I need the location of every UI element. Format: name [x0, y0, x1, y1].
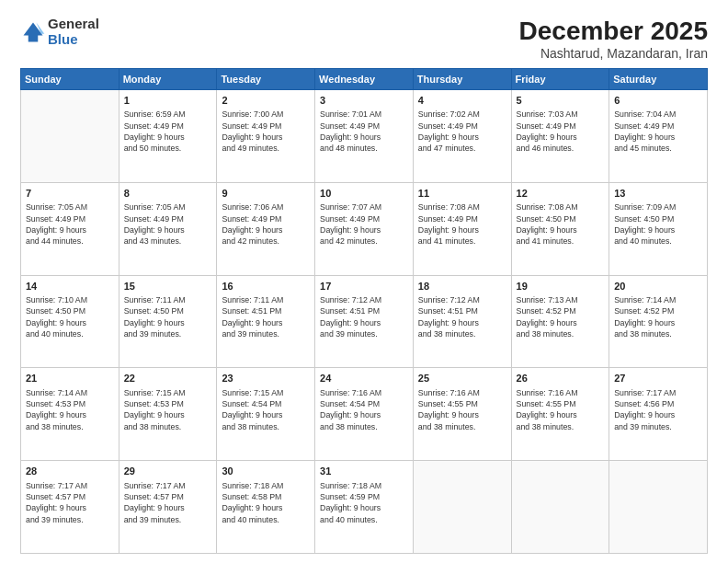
day-info: Sunrise: 6:59 AMSunset: 4:49 PMDaylight:…	[124, 109, 212, 154]
day-info: Sunrise: 7:18 AMSunset: 4:58 PMDaylight:…	[222, 480, 310, 525]
calendar-day-cell: 5Sunrise: 7:03 AMSunset: 4:49 PMDaylight…	[511, 90, 609, 183]
day-info: Sunrise: 7:15 AMSunset: 4:54 PMDaylight:…	[222, 387, 310, 432]
day-info: Sunrise: 7:05 AMSunset: 4:49 PMDaylight:…	[124, 201, 212, 247]
day-info: Sunrise: 7:16 AMSunset: 4:55 PMDaylight:…	[517, 387, 605, 432]
svg-marker-0	[24, 22, 43, 41]
day-number: 7	[26, 187, 114, 201]
calendar-day-cell: 4Sunrise: 7:02 AMSunset: 4:49 PMDaylight…	[413, 90, 511, 183]
day-info: Sunrise: 7:02 AMSunset: 4:49 PMDaylight:…	[418, 109, 506, 154]
calendar-day-cell: 3Sunrise: 7:01 AMSunset: 4:49 PMDaylight…	[315, 90, 414, 183]
day-number: 18	[418, 280, 506, 293]
calendar-day-cell: 31Sunrise: 7:18 AMSunset: 4:59 PMDayligh…	[315, 461, 414, 554]
day-number: 17	[320, 280, 408, 293]
calendar-table: SundayMondayTuesdayWednesdayThursdayFrid…	[20, 68, 708, 554]
day-number: 4	[418, 94, 506, 108]
calendar-day-cell: 12Sunrise: 7:08 AMSunset: 4:50 PMDayligh…	[511, 182, 609, 275]
calendar-day-cell: 11Sunrise: 7:08 AMSunset: 4:49 PMDayligh…	[413, 182, 511, 275]
calendar-day-cell: 30Sunrise: 7:18 AMSunset: 4:58 PMDayligh…	[217, 461, 315, 554]
day-number: 31	[320, 465, 408, 478]
day-info: Sunrise: 7:17 AMSunset: 4:57 PMDaylight:…	[124, 480, 212, 525]
calendar-day-cell: 23Sunrise: 7:15 AMSunset: 4:54 PMDayligh…	[217, 368, 315, 461]
calendar-day-cell: 18Sunrise: 7:12 AMSunset: 4:51 PMDayligh…	[413, 275, 511, 368]
page: General Blue December 2025 Nashtarud, Ma…	[0, 0, 728, 563]
calendar-day-cell: 8Sunrise: 7:05 AMSunset: 4:49 PMDaylight…	[119, 182, 217, 275]
title-block: December 2025 Nashtarud, Mazandaran, Ira…	[519, 17, 708, 61]
calendar-day-cell: 29Sunrise: 7:17 AMSunset: 4:57 PMDayligh…	[119, 461, 217, 554]
day-info: Sunrise: 7:01 AMSunset: 4:49 PMDaylight:…	[320, 109, 408, 154]
calendar-day-cell: 21Sunrise: 7:14 AMSunset: 4:53 PMDayligh…	[21, 368, 119, 461]
day-info: Sunrise: 7:06 AMSunset: 4:49 PMDaylight:…	[222, 201, 310, 247]
day-number: 25	[418, 372, 506, 385]
calendar-day-cell: 25Sunrise: 7:16 AMSunset: 4:55 PMDayligh…	[413, 368, 511, 461]
day-info: Sunrise: 7:04 AMSunset: 4:49 PMDaylight:…	[614, 109, 702, 154]
calendar-day-cell: 15Sunrise: 7:11 AMSunset: 4:50 PMDayligh…	[119, 275, 217, 368]
calendar-day-cell: 20Sunrise: 7:14 AMSunset: 4:52 PMDayligh…	[609, 275, 708, 368]
calendar-day-cell: 24Sunrise: 7:16 AMSunset: 4:54 PMDayligh…	[315, 368, 414, 461]
calendar-day-cell	[511, 461, 609, 554]
calendar-day-cell: 19Sunrise: 7:13 AMSunset: 4:52 PMDayligh…	[511, 275, 609, 368]
calendar-day-cell: 22Sunrise: 7:15 AMSunset: 4:53 PMDayligh…	[119, 368, 217, 461]
day-number: 14	[26, 280, 114, 293]
day-number: 15	[124, 280, 212, 293]
day-info: Sunrise: 7:11 AMSunset: 4:51 PMDaylight:…	[222, 294, 310, 339]
calendar-week-row: 21Sunrise: 7:14 AMSunset: 4:53 PMDayligh…	[21, 368, 708, 461]
calendar-day-cell: 28Sunrise: 7:17 AMSunset: 4:57 PMDayligh…	[21, 461, 119, 554]
calendar-day-cell: 17Sunrise: 7:12 AMSunset: 4:51 PMDayligh…	[315, 275, 414, 368]
calendar-week-row: 28Sunrise: 7:17 AMSunset: 4:57 PMDayligh…	[21, 461, 708, 554]
day-of-week-header: Tuesday	[217, 69, 315, 90]
logo-icon	[20, 19, 46, 45]
calendar-day-cell: 1Sunrise: 6:59 AMSunset: 4:49 PMDaylight…	[119, 90, 217, 183]
header-row: SundayMondayTuesdayWednesdayThursdayFrid…	[21, 69, 708, 90]
calendar-day-cell: 9Sunrise: 7:06 AMSunset: 4:49 PMDaylight…	[217, 182, 315, 275]
day-number: 26	[517, 372, 605, 385]
day-number: 10	[320, 187, 408, 201]
day-number: 29	[124, 465, 212, 478]
day-number: 9	[222, 187, 310, 201]
header: General Blue December 2025 Nashtarud, Ma…	[20, 17, 708, 61]
day-info: Sunrise: 7:16 AMSunset: 4:54 PMDaylight:…	[320, 387, 408, 432]
day-info: Sunrise: 7:08 AMSunset: 4:49 PMDaylight:…	[418, 201, 506, 247]
day-number: 27	[614, 372, 702, 385]
day-info: Sunrise: 7:00 AMSunset: 4:49 PMDaylight:…	[222, 109, 310, 154]
day-info: Sunrise: 7:14 AMSunset: 4:53 PMDaylight:…	[26, 387, 114, 432]
logo-text: General Blue	[48, 17, 99, 47]
day-of-week-header: Monday	[119, 69, 217, 90]
calendar-body: 1Sunrise: 6:59 AMSunset: 4:49 PMDaylight…	[21, 90, 708, 554]
calendar-day-cell: 16Sunrise: 7:11 AMSunset: 4:51 PMDayligh…	[217, 275, 315, 368]
day-number: 28	[26, 465, 114, 478]
day-of-week-header: Thursday	[413, 69, 511, 90]
calendar-day-cell: 14Sunrise: 7:10 AMSunset: 4:50 PMDayligh…	[21, 275, 119, 368]
day-info: Sunrise: 7:05 AMSunset: 4:49 PMDaylight:…	[26, 201, 114, 247]
day-number: 3	[320, 94, 408, 108]
day-of-week-header: Friday	[511, 69, 609, 90]
day-number: 11	[418, 187, 506, 201]
logo-blue-text: Blue	[48, 32, 99, 48]
logo-general-text: General	[48, 17, 99, 32]
calendar-day-cell	[21, 90, 119, 183]
day-number: 5	[517, 94, 605, 108]
logo: General Blue	[20, 17, 99, 47]
day-info: Sunrise: 7:17 AMSunset: 4:56 PMDaylight:…	[614, 387, 702, 432]
calendar-day-cell: 10Sunrise: 7:07 AMSunset: 4:49 PMDayligh…	[315, 182, 414, 275]
day-info: Sunrise: 7:08 AMSunset: 4:50 PMDaylight:…	[517, 201, 605, 247]
day-info: Sunrise: 7:15 AMSunset: 4:53 PMDaylight:…	[124, 387, 212, 432]
day-info: Sunrise: 7:09 AMSunset: 4:50 PMDaylight:…	[614, 201, 702, 247]
calendar-week-row: 7Sunrise: 7:05 AMSunset: 4:49 PMDaylight…	[21, 182, 708, 275]
day-info: Sunrise: 7:13 AMSunset: 4:52 PMDaylight:…	[517, 294, 605, 339]
day-number: 1	[124, 94, 212, 108]
calendar-day-cell	[609, 461, 708, 554]
day-info: Sunrise: 7:17 AMSunset: 4:57 PMDaylight:…	[26, 480, 114, 525]
day-info: Sunrise: 7:03 AMSunset: 4:49 PMDaylight:…	[517, 109, 605, 154]
calendar-day-cell: 27Sunrise: 7:17 AMSunset: 4:56 PMDayligh…	[609, 368, 708, 461]
day-of-week-header: Sunday	[21, 69, 119, 90]
calendar-week-row: 1Sunrise: 6:59 AMSunset: 4:49 PMDaylight…	[21, 90, 708, 183]
day-of-week-header: Saturday	[609, 69, 708, 90]
calendar-day-cell: 6Sunrise: 7:04 AMSunset: 4:49 PMDaylight…	[609, 90, 708, 183]
calendar-day-cell: 13Sunrise: 7:09 AMSunset: 4:50 PMDayligh…	[609, 182, 708, 275]
day-info: Sunrise: 7:07 AMSunset: 4:49 PMDaylight:…	[320, 201, 408, 247]
day-info: Sunrise: 7:16 AMSunset: 4:55 PMDaylight:…	[418, 387, 506, 432]
day-number: 8	[124, 187, 212, 201]
day-number: 12	[517, 187, 605, 201]
day-number: 24	[320, 372, 408, 385]
calendar-week-row: 14Sunrise: 7:10 AMSunset: 4:50 PMDayligh…	[21, 275, 708, 368]
